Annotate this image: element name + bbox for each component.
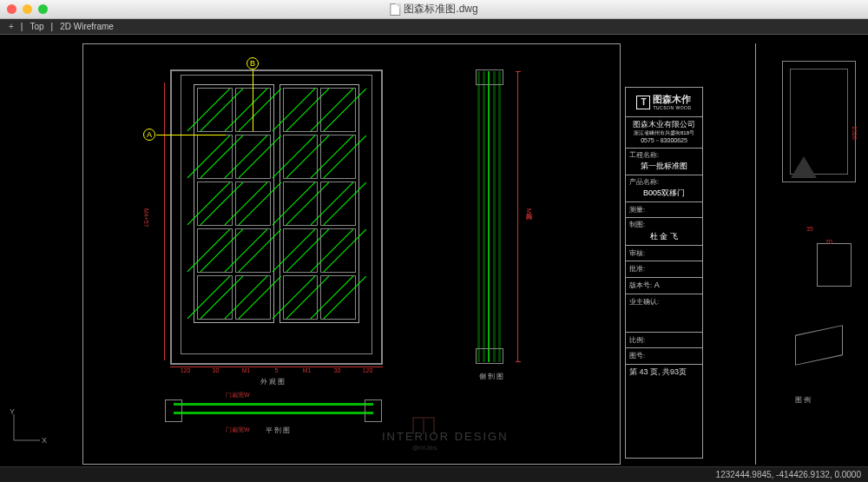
detail-dim-1: 1510	[852, 126, 858, 140]
logo-row: T 图森木作 TUCSON WOOD	[626, 88, 702, 117]
plan-label: 平 剖 图	[266, 426, 290, 435]
version-row: 版本号: A	[626, 278, 702, 294]
add-viewport-button[interactable]: +	[5, 22, 17, 31]
page-row: 第 43 页, 共93页	[626, 365, 702, 380]
filename: 图森标准图.dwg	[404, 2, 477, 17]
plan-section	[174, 399, 373, 424]
ucs-y-label: Y	[10, 407, 15, 416]
detail-isometric	[786, 313, 856, 382]
dimension-right	[517, 71, 524, 362]
traffic-lights	[7, 4, 48, 14]
drawno-row: 图号:	[626, 348, 702, 365]
side-section	[476, 71, 510, 362]
product-row: 产品名称: B005双移门	[626, 175, 702, 202]
maximize-icon[interactable]	[38, 4, 48, 14]
drawing-canvas[interactable]: 12030M15M130120 外 观 图 M4+57 A B 门洞高M 侧 剖…	[0, 35, 868, 466]
file-icon	[390, 3, 400, 16]
detail-dim-3: 70	[825, 239, 832, 245]
measure-row: 测量:	[626, 202, 702, 219]
viewport-controls: + | Top | 2D Wireframe	[0, 19, 868, 35]
plan-dim-top: 门扇宽W	[226, 391, 250, 399]
owner-row: 业主确认:	[626, 294, 702, 333]
watermark-sub: @mt-bbs	[412, 445, 437, 451]
title-block: T 图森木作 TUCSON WOOD 图森木业有限公司 浙江省嵊州市兴盛街818…	[625, 87, 703, 459]
section-marker-a: A	[143, 129, 155, 141]
scale-row: 比例:	[626, 333, 702, 349]
coordinate-readout: 1232444.9845, -414426.9132, 0.0000	[716, 470, 861, 479]
watermark-text: INTERIOR DESIGN	[382, 430, 509, 443]
window-title: 图森标准图.dwg	[390, 2, 477, 17]
elevation-label: 外 观 图	[260, 377, 285, 386]
dimension-left-text: M4+57	[143, 208, 149, 228]
view-label[interactable]: Top	[26, 22, 47, 31]
dimension-left	[156, 83, 165, 360]
door-leaf-right	[279, 84, 360, 323]
adjacent-sheet: 1510 35 70 图 例	[755, 43, 868, 465]
company-row: 图森木业有限公司 浙江省嵊州市兴盛街818号 0575－83000625	[626, 117, 702, 149]
approve-row: 批准:	[626, 261, 702, 278]
logo-text: 图森木作	[653, 93, 691, 105]
status-bar: 1232444.9845, -414426.9132, 0.0000	[0, 466, 868, 482]
detail-label: 图 例	[795, 395, 811, 405]
section-marker-b: B	[247, 57, 259, 69]
detail-triangle	[791, 156, 817, 178]
detail-profile-2	[817, 243, 852, 287]
project-row: 工程名称: 第一批标准图	[626, 149, 702, 175]
ucs-x-label: X	[42, 436, 47, 445]
draft-row: 制图: 杜 金 飞	[626, 218, 702, 245]
logo-icon: T	[636, 96, 650, 109]
window-titlebar: 图森标准图.dwg	[0, 0, 868, 19]
section-line-b	[253, 70, 253, 131]
detail-dim-2: 35	[806, 226, 813, 232]
dimension-bottom: 12030M15M130120	[170, 366, 383, 375]
check-row: 审核:	[626, 246, 702, 262]
dimension-right-text: 门洞高M	[524, 208, 533, 214]
plan-dim-bot: 门扇宽W	[226, 426, 250, 434]
door-leaf-left	[194, 84, 274, 323]
close-icon[interactable]	[7, 4, 16, 14]
minimize-icon[interactable]	[23, 4, 32, 14]
door-frame	[181, 75, 372, 354]
visual-style-label[interactable]: 2D Wireframe	[56, 22, 117, 31]
divider: |	[48, 22, 57, 31]
door-elevation	[170, 69, 383, 365]
ucs-icon: X Y	[7, 407, 47, 447]
door-leaves	[194, 84, 359, 323]
divider: |	[17, 22, 27, 31]
side-section-label: 侧 剖 图	[479, 372, 503, 381]
section-line-a	[156, 135, 226, 135]
logo-subtext: TUCSON WOOD	[653, 105, 691, 111]
